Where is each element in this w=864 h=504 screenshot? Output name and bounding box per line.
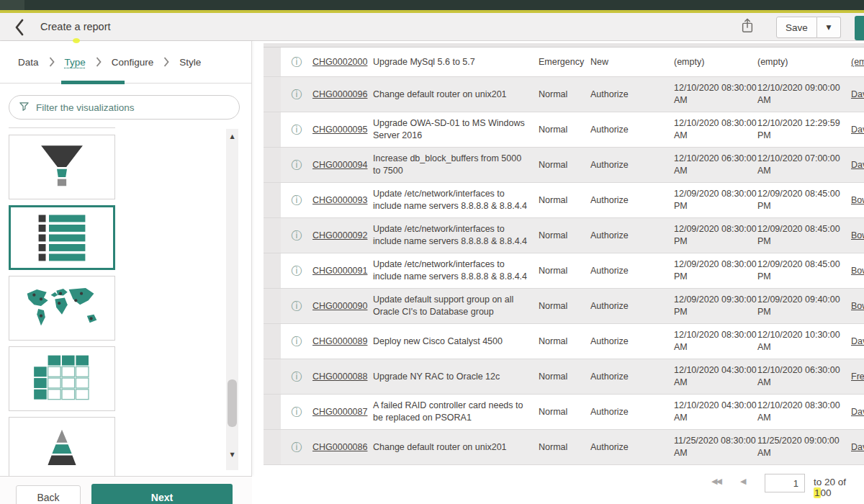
info-icon[interactable]: ⓘ bbox=[292, 55, 302, 68]
start-date-cell: 12/10/2020 04:30:00 AM bbox=[674, 364, 757, 389]
change-number-link[interactable]: CHG0000091 bbox=[312, 266, 367, 276]
table-row[interactable]: ⓘ CHG0000087 A failed RAID controller ca… bbox=[264, 395, 864, 430]
next-button[interactable]: Next bbox=[91, 484, 233, 504]
viz-thumbnail-list[interactable] bbox=[9, 205, 115, 270]
change-number-link[interactable]: CHG0000096 bbox=[312, 89, 367, 99]
row-gutter bbox=[264, 77, 281, 112]
state-cell: Authorize bbox=[590, 89, 674, 99]
assigned-to-link[interactable]: Bow bbox=[851, 301, 864, 311]
short-description-cell: Update /etc/network/interfaces to includ… bbox=[373, 258, 539, 283]
short-description-cell: Change default router on unix201 bbox=[373, 89, 539, 101]
assigned-to-cell: Dav bbox=[851, 442, 864, 452]
assigned-to-link[interactable]: Dav bbox=[851, 442, 864, 452]
info-icon[interactable]: ⓘ bbox=[292, 300, 302, 312]
table-row[interactable]: ⓘ CHG0000091 Update /etc/network/interfa… bbox=[264, 253, 864, 289]
assigned-to-link[interactable]: Dav bbox=[851, 407, 864, 417]
change-number-link[interactable]: CHG0000089 bbox=[312, 336, 367, 346]
table-row[interactable]: ⓘ CHG0000092 Update /etc/network/interfa… bbox=[264, 218, 864, 253]
start-date-cell: 12/10/2020 08:30:00 AM bbox=[674, 117, 757, 142]
table-row[interactable]: ⓘ CHG0000095 Upgrade OWA-SD-01 to MS Win… bbox=[264, 112, 864, 148]
save-dropdown-button[interactable]: ▼ bbox=[817, 17, 841, 38]
assigned-to-link[interactable]: Bow bbox=[851, 266, 864, 276]
row-gutter bbox=[264, 48, 281, 76]
run-button-partial[interactable] bbox=[855, 16, 864, 40]
wizard-step-configure[interactable]: Configure bbox=[112, 57, 154, 68]
funnel-filter-icon bbox=[19, 101, 30, 114]
assigned-to-link[interactable]: Dav bbox=[851, 89, 864, 99]
state-cell: New bbox=[590, 57, 674, 67]
end-date-cell: 12/09/2020 08:45:00 PM bbox=[757, 258, 851, 283]
end-date-cell: 12/09/2020 09:40:00 PM bbox=[757, 294, 851, 318]
wizard-footer: Back Next bbox=[0, 476, 252, 504]
info-icon[interactable]: ⓘ bbox=[292, 335, 302, 348]
info-icon[interactable]: ⓘ bbox=[292, 370, 302, 383]
back-button[interactable]: Back bbox=[16, 485, 81, 504]
start-date-cell: 12/10/2020 04:30:00 AM bbox=[674, 400, 757, 424]
info-icon[interactable]: ⓘ bbox=[292, 158, 302, 171]
table-row[interactable]: ⓘ CHG0000088 Upgrade NY RAC to Oracle 12… bbox=[264, 359, 864, 395]
row-number-cell: CHG0000086 bbox=[312, 442, 373, 452]
assigned-to-cell: Dav bbox=[851, 336, 864, 346]
table-row[interactable]: ⓘ CHG0000094 Increase db_block_buffers f… bbox=[264, 148, 864, 183]
table-row[interactable]: ⓘ CHG0000089 Deploy new Cisco Catalyst 4… bbox=[264, 324, 864, 359]
table-row[interactable]: ⓘ CHG0002000 Upgrade MySql 5.6 to 5.7 Em… bbox=[264, 48, 864, 77]
start-date-cell: (empty) bbox=[674, 56, 757, 68]
change-number-link[interactable]: CHG0000095 bbox=[312, 125, 367, 135]
previous-page-icon[interactable]: ◀ bbox=[740, 477, 746, 486]
assigned-to-link[interactable]: (empty) bbox=[851, 57, 864, 67]
start-date-cell: 12/09/2020 08:30:00 PM bbox=[674, 223, 757, 248]
viz-thumbnail-heatmap[interactable] bbox=[9, 346, 115, 411]
info-icon[interactable]: ⓘ bbox=[292, 405, 302, 418]
change-number-link[interactable]: CHG0000094 bbox=[312, 160, 367, 170]
short-description-cell: A failed RAID controller card needs to b… bbox=[373, 400, 539, 424]
scroll-down-icon[interactable]: ▼ bbox=[226, 451, 238, 458]
table-row[interactable]: ⓘ CHG0000090 Update default support grou… bbox=[264, 289, 864, 324]
cursor-highlight: 1 bbox=[814, 487, 821, 498]
change-number-link[interactable]: CHG0000088 bbox=[312, 372, 367, 382]
table-row[interactable]: ⓘ CHG0000096 Change default router on un… bbox=[264, 77, 864, 112]
first-page-icon[interactable]: ◀◀ bbox=[711, 477, 721, 486]
filter-input[interactable] bbox=[36, 102, 239, 113]
change-number-link[interactable]: CHG0000093 bbox=[312, 195, 367, 205]
info-icon[interactable]: ⓘ bbox=[292, 123, 302, 136]
scrollbar-thumb[interactable] bbox=[228, 379, 237, 427]
info-icon[interactable]: ⓘ bbox=[292, 229, 302, 242]
priority-cell: Normal bbox=[539, 372, 590, 382]
assigned-to-link[interactable]: Dav bbox=[851, 336, 864, 346]
assigned-to-link[interactable]: Bow bbox=[851, 230, 864, 240]
end-date-cell: 12/10/2020 08:30:00 AM bbox=[757, 400, 851, 424]
wizard-step-style[interactable]: Style bbox=[179, 57, 201, 68]
change-number-link[interactable]: CHG0000090 bbox=[312, 301, 367, 311]
row-gutter bbox=[264, 112, 281, 147]
save-button[interactable]: Save bbox=[776, 17, 817, 38]
create-report-screen: Create a report Save ▼ Data Type Configu… bbox=[0, 0, 864, 504]
change-number-link[interactable]: CHG0000092 bbox=[312, 230, 367, 240]
page-number-input[interactable] bbox=[765, 474, 805, 492]
viz-thumbnail-map[interactable] bbox=[9, 276, 115, 341]
change-number-link[interactable]: CHG0000087 bbox=[312, 407, 367, 417]
viz-thumbnail-pyramid[interactable] bbox=[9, 417, 115, 476]
assigned-to-link[interactable]: Dav bbox=[851, 125, 864, 135]
wizard-step-data[interactable]: Data bbox=[18, 57, 39, 68]
scroll-up-icon[interactable]: ▲ bbox=[226, 133, 238, 140]
assigned-to-link[interactable]: Dav bbox=[851, 160, 864, 170]
info-icon[interactable]: ⓘ bbox=[292, 88, 302, 101]
short-description-cell: Increase db_block_buffers from 5000 to 7… bbox=[373, 153, 539, 177]
viz-thumbnail-funnel[interactable] bbox=[9, 135, 115, 199]
start-date-cell: 12/10/2020 08:30:00 AM bbox=[674, 329, 757, 354]
share-icon[interactable] bbox=[740, 17, 757, 37]
end-date-cell: 12/10/2020 12:29:59 PM bbox=[757, 117, 851, 142]
info-icon[interactable]: ⓘ bbox=[292, 264, 302, 277]
assigned-to-link[interactable]: Bow bbox=[851, 195, 864, 205]
info-icon[interactable]: ⓘ bbox=[292, 441, 302, 454]
wizard-step-type[interactable]: Type bbox=[65, 57, 86, 68]
table-row[interactable]: ⓘ CHG0000093 Update /etc/network/interfa… bbox=[264, 183, 864, 218]
assigned-to-link[interactable]: Fre bbox=[851, 372, 864, 382]
pagination-bar: ◀◀ ◀ to 20 of 100 bbox=[252, 472, 864, 495]
info-icon[interactable]: ⓘ bbox=[292, 194, 302, 207]
table-row[interactable]: ⓘ CHG0000086 Change default router on un… bbox=[264, 430, 864, 465]
row-number-cell: CHG0000094 bbox=[312, 160, 373, 170]
back-chevron-icon[interactable] bbox=[14, 19, 29, 36]
change-number-link[interactable]: CHG0000086 bbox=[312, 442, 367, 452]
change-number-link[interactable]: CHG0002000 bbox=[312, 57, 367, 67]
